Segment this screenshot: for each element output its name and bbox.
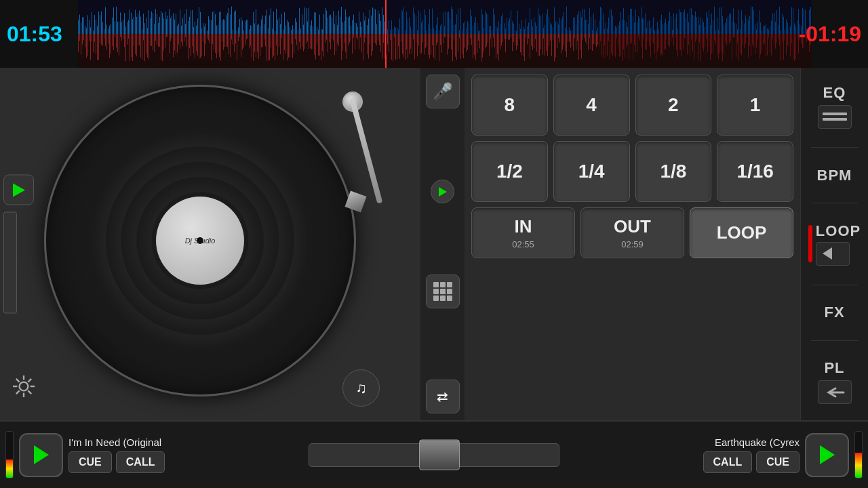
right-sidebar: EQ BPM LOOP xyxy=(800,68,868,420)
pl-label: PL xyxy=(824,359,844,377)
divider-1 xyxy=(811,147,858,148)
waveform-area: 01:53 -01:19 xyxy=(0,0,868,68)
divider-2 xyxy=(811,203,858,203)
pad-4[interactable]: 4 xyxy=(553,75,630,136)
vinyl-center-hole xyxy=(197,237,203,244)
grid-button[interactable] xyxy=(426,274,460,308)
svg-line-8 xyxy=(16,390,20,394)
divider-4 xyxy=(811,340,858,341)
play-button-center[interactable] xyxy=(431,180,454,203)
svg-marker-11 xyxy=(823,247,832,260)
pad-2[interactable]: 2 xyxy=(635,75,712,136)
turntable-section: Dj Studio xyxy=(0,68,420,420)
play-icon-left xyxy=(34,445,49,464)
right-cue-button[interactable]: CUE xyxy=(756,451,800,473)
left-cue-button[interactable]: CUE xyxy=(68,451,112,473)
right-deck-buttons: CALL CUE xyxy=(703,451,800,473)
center-strip: 🎤 ⇄ xyxy=(420,68,465,420)
loop-action-row: IN 02:55 OUT 02:59 LOOP xyxy=(471,207,793,258)
bpm-label: BPM xyxy=(817,167,852,184)
pad-eighth[interactable]: 1/8 xyxy=(635,141,712,202)
vu-fill-right xyxy=(855,453,862,478)
left-call-button[interactable]: CALL xyxy=(116,451,165,473)
svg-line-5 xyxy=(16,379,20,382)
sidebar-item-fx[interactable]: FX xyxy=(804,304,865,321)
right-call-button[interactable]: CALL xyxy=(703,451,753,473)
pad-sixteenth[interactable]: 1/16 xyxy=(717,141,793,202)
loop-toggle-button[interactable]: LOOP xyxy=(690,207,793,258)
vu-meter-left xyxy=(5,431,14,479)
deck-play-left[interactable] xyxy=(19,433,63,477)
waveform-canvas[interactable] xyxy=(78,0,812,68)
crossfader-thumb[interactable] xyxy=(419,440,460,470)
svg-line-6 xyxy=(28,390,31,394)
bottom-bar: I'm In Need (Original CUE CALL Earthquak… xyxy=(0,420,868,488)
sidebar-item-bpm[interactable]: BPM xyxy=(804,167,865,184)
crossfader-section xyxy=(170,443,697,467)
loop-row-2: 1/2 1/4 1/8 1/16 xyxy=(471,141,793,202)
turntable-container: Dj Studio xyxy=(14,75,387,407)
tonearm xyxy=(264,88,366,224)
right-track-title: Earthquake (Cyrex xyxy=(715,436,800,448)
divider-3 xyxy=(811,285,858,285)
svg-point-0 xyxy=(20,382,28,391)
settings-button[interactable] xyxy=(10,373,44,407)
play-icon-right xyxy=(820,445,835,464)
sidebar-item-loop[interactable]: LOOP xyxy=(804,222,865,266)
music-add-button[interactable]: ♫ xyxy=(342,369,380,407)
sidebar-item-pl[interactable]: PL xyxy=(804,359,865,404)
deck-info-right: Earthquake (Cyrex CALL CUE xyxy=(703,436,800,473)
shuffle-button[interactable]: ⇄ xyxy=(426,380,460,413)
pad-quarter[interactable]: 1/4 xyxy=(553,141,630,202)
time-left: 01:53 xyxy=(7,22,62,47)
main-area: Dj Studio xyxy=(0,68,868,420)
mic-icon: 🎤 xyxy=(433,82,453,101)
vu-fill-left xyxy=(6,460,13,478)
svg-rect-10 xyxy=(823,118,847,121)
pad-half[interactable]: 1/2 xyxy=(471,141,548,202)
loop-out-button[interactable]: OUT 02:59 xyxy=(580,207,684,258)
svg-rect-9 xyxy=(823,113,847,115)
crossfader-track[interactable] xyxy=(309,443,559,467)
left-deck-buttons: CUE CALL xyxy=(68,451,165,473)
left-deck: I'm In Need (Original CUE CALL xyxy=(0,431,170,479)
tonearm-head xyxy=(344,190,366,212)
sidebar-item-eq[interactable]: EQ xyxy=(804,84,865,129)
loop-icon xyxy=(816,242,850,266)
deck-info-left: I'm In Need (Original CUE CALL xyxy=(68,436,165,473)
loop-row-1: 8 4 2 1 xyxy=(471,75,793,136)
shuffle-icon: ⇄ xyxy=(437,388,448,405)
grid-icon xyxy=(433,282,452,301)
mic-button[interactable]: 🎤 xyxy=(426,75,460,108)
loop-label: LOOP xyxy=(816,222,861,239)
svg-line-7 xyxy=(28,379,31,382)
right-deck: Earthquake (Cyrex CALL CUE xyxy=(698,431,868,479)
loop-in-button[interactable]: IN 02:55 xyxy=(471,207,575,258)
play-center-icon xyxy=(439,187,447,197)
tonearm-arm xyxy=(349,98,382,204)
pad-1[interactable]: 1 xyxy=(717,75,793,136)
left-track-title: I'm In Need (Original xyxy=(68,436,165,448)
back-icon xyxy=(818,380,852,404)
deck-play-right[interactable] xyxy=(805,433,849,477)
time-right: -01:19 xyxy=(799,22,862,47)
loop-active-indicator xyxy=(808,225,812,262)
vu-meter-right xyxy=(854,431,863,479)
fx-label: FX xyxy=(824,304,844,321)
loop-section: 8 4 2 1 1/2 1/4 1/8 1/16 IN 02:55 OUT 02… xyxy=(465,68,800,420)
eq-icon xyxy=(818,105,852,129)
eq-label: EQ xyxy=(823,84,846,102)
pad-8[interactable]: 8 xyxy=(471,75,548,136)
